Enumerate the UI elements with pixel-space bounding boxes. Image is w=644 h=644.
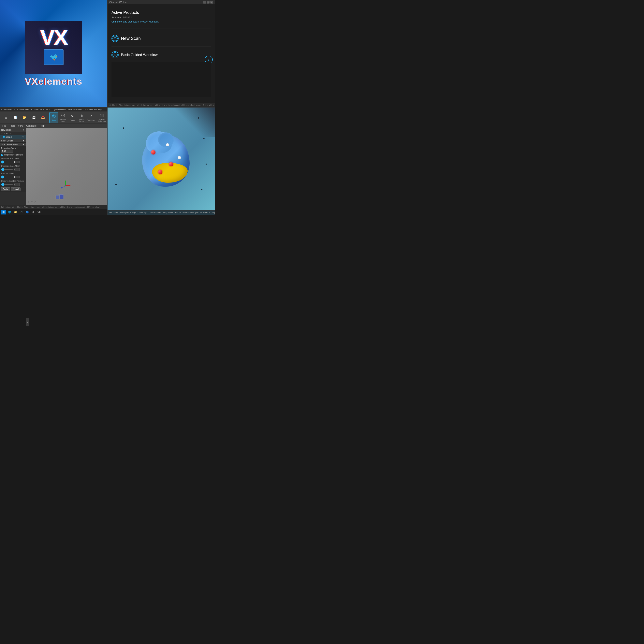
navigation-title: Navigation bbox=[1, 129, 11, 131]
reset-scan-label: Reset Scan bbox=[87, 119, 95, 121]
fill-positioning-row: Fill positioning targets bbox=[1, 154, 25, 156]
vxscan-nav-expand[interactable]: ▼ bbox=[9, 132, 11, 135]
vxscan-viewport: X Y Z bbox=[26, 128, 107, 205]
viewport-background bbox=[26, 128, 107, 205]
svg-point-1 bbox=[114, 37, 116, 39]
resolution-input[interactable] bbox=[1, 150, 13, 153]
scan1-nav-item[interactable]: Scan 1 👁 bbox=[0, 135, 26, 139]
menu-file[interactable]: File bbox=[1, 124, 8, 128]
toolbar-group-scan: Scan Resume scan 👁 Preview bbox=[49, 111, 96, 124]
scan1-eye-icon[interactable]: 👁 bbox=[22, 136, 24, 138]
fill-positioning-label: Fill positioning targets bbox=[4, 154, 23, 156]
preview-icon: 👁 bbox=[70, 114, 75, 119]
minimize-button[interactable]: ─ bbox=[203, 1, 206, 4]
scan-details-header[interactable]: Scan Details ▼ bbox=[0, 139, 26, 143]
home-button[interactable]: ⌂ bbox=[1, 112, 10, 123]
fill-positioning-checkbox[interactable] bbox=[1, 154, 3, 156]
vxmodel-status-bar: ste | Left + Right buttons: spin | Middl… bbox=[108, 103, 215, 107]
vxscan-titlebar: VXelements - 3D Software Platform - GoSC… bbox=[0, 108, 107, 111]
scan-details-expand[interactable]: ▼ bbox=[22, 139, 25, 142]
export-button[interactable]: 📤 bbox=[38, 112, 48, 123]
taskbar-app1[interactable]: 🔵 bbox=[24, 210, 30, 214]
optimize-slider[interactable] bbox=[1, 162, 13, 162]
decimate-spin[interactable] bbox=[14, 168, 20, 171]
vxscan-nav-item[interactable]: VXscan ▼ bbox=[0, 132, 26, 135]
nav-expand-icon[interactable]: ▼ bbox=[23, 129, 25, 131]
save-file-button[interactable]: 💾 bbox=[29, 112, 38, 123]
scan3d-status-bar: Left button: rotate | Left + Right butto… bbox=[108, 210, 215, 215]
taskbar-explorer[interactable]: 📁 bbox=[13, 210, 18, 214]
scan-params-expand[interactable]: ▲ bbox=[22, 143, 25, 146]
fill-holes-slider[interactable] bbox=[1, 177, 13, 177]
svg-point-0 bbox=[113, 36, 117, 41]
reset-scan-button[interactable]: ↺ Reset Scan bbox=[86, 112, 95, 123]
splash-content: VX 🐦 VXelements bbox=[25, 21, 82, 87]
scan1-dot bbox=[3, 136, 5, 138]
scan3d-panel: Left button: rotate | Left + Right butto… bbox=[107, 107, 215, 215]
apply-button[interactable]: Apply bbox=[1, 187, 10, 191]
xyz-label: X Y Z bbox=[28, 201, 36, 203]
new-file-button[interactable]: 📄 bbox=[11, 112, 20, 123]
new-scan-row[interactable]: New Scan bbox=[111, 33, 211, 44]
scan-button[interactable]: Scan bbox=[49, 112, 58, 123]
svg-point-2 bbox=[113, 52, 117, 57]
remove-patches-slider[interactable] bbox=[1, 184, 13, 185]
ie-icon: 🌐 bbox=[8, 211, 11, 214]
vx-bird-box: 🐦 bbox=[44, 49, 64, 65]
cancel-button[interactable]: Cancel bbox=[11, 187, 21, 191]
menu-help[interactable]: Help bbox=[38, 124, 46, 128]
close-button[interactable]: ✕ bbox=[210, 1, 213, 4]
svg-line-12 bbox=[62, 185, 66, 188]
media-icon: 🎵 bbox=[20, 211, 23, 214]
optimize-mesh-label: Optimize Scan Mesh bbox=[1, 157, 25, 160]
workflow-row[interactable]: Basic Guided Workflow bbox=[111, 50, 211, 60]
vxmodel-body: Active Products Scanner : 570322 Change … bbox=[108, 4, 215, 103]
maximize-button[interactable]: □ bbox=[207, 1, 210, 4]
titlebar-controls: ─ □ ✕ bbox=[203, 1, 213, 4]
svg-point-7 bbox=[63, 115, 64, 116]
vx-logo-box: VX 🐦 bbox=[25, 21, 82, 74]
fill-holes-label: Auto. fill Holes bbox=[1, 172, 25, 175]
taskbar-start-button[interactable]: ⊞ bbox=[1, 210, 6, 214]
svg-marker-9 bbox=[69, 185, 70, 186]
open-file-icon: 📂 bbox=[22, 115, 27, 120]
taskbar-ie[interactable]: 🌐 bbox=[7, 210, 12, 214]
workflow-svg-icon bbox=[112, 52, 118, 58]
splash-panel: VX 🐦 VXelements bbox=[0, 0, 107, 107]
remove-patches-spin[interactable] bbox=[14, 183, 20, 186]
new-scan-svg-icon bbox=[112, 36, 118, 41]
vxscan-panel: VXelements - 3D Software Platform - GoSC… bbox=[0, 107, 107, 215]
remove-bg-button[interactable]: ⬛ Remove Background bbox=[97, 112, 106, 123]
menu-configure[interactable]: Configure bbox=[25, 124, 38, 128]
scan-details-title: Scan Details bbox=[1, 139, 13, 142]
decimate-slider[interactable] bbox=[1, 169, 13, 170]
white-spot-2 bbox=[178, 156, 181, 159]
vxmodel-titlebar: VXmodel 335 days ─ □ ✕ bbox=[108, 0, 215, 4]
decimate-mesh-label: Decimate Scan Mesh bbox=[1, 165, 25, 167]
taskbar-app2[interactable]: ⚙ bbox=[30, 210, 36, 214]
change-products-link[interactable]: Change or add products in Product Manage… bbox=[111, 20, 159, 23]
vxmodel-viewport bbox=[111, 62, 211, 97]
vxscan-content: Navigation ▼ VXscan ▼ Scan 1 👁 Scan Deta… bbox=[0, 128, 107, 205]
menu-view[interactable]: View bbox=[16, 124, 25, 128]
fill-holes-spin[interactable] bbox=[14, 176, 20, 178]
scan-params-header[interactable]: Scan Parameters ▲ bbox=[0, 143, 26, 146]
new-file-icon: 📄 bbox=[13, 115, 18, 120]
optimize-slider-row bbox=[1, 161, 25, 163]
vxscan-status-bar: Left button: rotate | Left + Right butto… bbox=[0, 205, 107, 209]
optimize-spin[interactable] bbox=[14, 161, 20, 163]
params-buttons: Apply Cancel bbox=[0, 187, 26, 192]
preview-button[interactable]: 👁 Preview bbox=[68, 112, 77, 123]
open-file-button[interactable]: 📂 bbox=[20, 112, 29, 123]
taskbar-media[interactable]: 🎵 bbox=[19, 210, 24, 214]
resume-scan-button[interactable]: Resume scan bbox=[59, 112, 68, 123]
vxscan-title: VXelements - 3D Software Platform - GoSC… bbox=[1, 109, 106, 111]
preview-label: Preview bbox=[70, 119, 75, 121]
new-scan-icon bbox=[111, 35, 119, 42]
taskbar-vxelements[interactable]: VX bbox=[36, 210, 42, 214]
vxscan-sidebar: Navigation ▼ VXscan ▼ Scan 1 👁 Scan Deta… bbox=[0, 128, 26, 205]
vxscan-nav-label: VXscan bbox=[1, 132, 8, 135]
delete-frames-button[interactable]: 🗑 Delete frames bbox=[77, 112, 86, 123]
menu-tools[interactable]: Tools bbox=[8, 124, 16, 128]
resolution-label: Resolution (mm) bbox=[1, 147, 25, 149]
